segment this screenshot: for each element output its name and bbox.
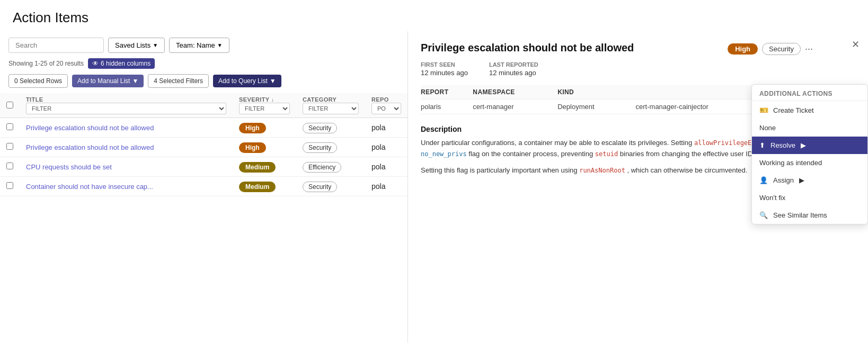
toolbar: Saved Lists ▼ Team: Name ▼	[0, 38, 408, 58]
report-column-header: REPO	[371, 96, 401, 103]
chevron-right-icon: ▶	[801, 141, 806, 149]
title-filter-select[interactable]: FILTER	[26, 103, 226, 114]
sort-icon: ↓	[271, 97, 274, 103]
create-ticket-label: Create Ticket	[773, 106, 814, 114]
assign-icon: 👤	[759, 176, 768, 184]
row-title-0[interactable]: Privilege escalation should not be allow…	[26, 124, 154, 132]
selected-rows-button[interactable]: 0 Selected Rows	[8, 74, 68, 88]
table-row: Container should not have insecure cap..…	[0, 177, 408, 196]
table-row: Privilege escalation should not be allow…	[0, 118, 408, 138]
add-to-manual-list-button[interactable]: Add to Manual List ▼	[72, 75, 144, 87]
see-similar-items-item[interactable]: 🔍 See Similar Items	[752, 206, 867, 224]
detail-badges: High Security ···	[728, 43, 813, 55]
namespace-header: Namespace	[473, 85, 557, 100]
table-row: CPU requests should be set Medium Effici…	[0, 157, 408, 177]
kind-value: Deployment	[557, 100, 635, 114]
severity-column-header: SEVERITY ↓	[239, 96, 290, 103]
close-button[interactable]: ✕	[852, 39, 860, 50]
meta-row: First Seen 12 minutes ago Last Reported …	[421, 61, 855, 77]
showing-text: Showing 1-25 of 20 results	[8, 60, 84, 67]
row-title-1[interactable]: Privilege escalation should not be allow…	[26, 143, 154, 151]
category-badge-3: Security	[303, 182, 337, 192]
col4-header	[636, 85, 771, 100]
category-badge-1: Security	[303, 142, 337, 153]
row-title-3[interactable]: Container should not have insecure cap..…	[26, 183, 153, 191]
kind-header: Kind	[557, 85, 635, 100]
code-runAsNonRoot: runAsNonRoot	[579, 167, 625, 174]
severity-badge-1: High	[239, 142, 266, 153]
severity-badge-0: High	[239, 123, 266, 133]
selected-filters-button[interactable]: 4 Selected Filters	[148, 74, 209, 88]
none-item[interactable]: None	[752, 119, 867, 137]
report-cell-1: pola	[365, 138, 408, 157]
row-checkbox-2[interactable]	[6, 163, 13, 169]
eye-icon: 👁	[92, 60, 99, 67]
action-toolbar: 0 Selected Rows Add to Manual List ▼ 4 S…	[0, 74, 408, 93]
page-title: Action Items	[0, 0, 868, 31]
action-items-table: TITLE FILTER SEVERITY ↓ FILT	[0, 93, 408, 342]
report-cell-0: pola	[365, 118, 408, 138]
working-as-intended-item[interactable]: Working as intended	[752, 154, 867, 172]
category-column-header: CATEGORY	[303, 96, 359, 103]
additional-actions-dropdown: Additional Actions 🎫 Create Ticket None …	[751, 84, 868, 224]
chevron-right-icon: ▶	[799, 176, 804, 184]
chevron-down-icon: ▼	[132, 77, 138, 85]
namespace-value: cert-manager	[473, 100, 557, 114]
resolve-icon: ⬆	[759, 141, 765, 149]
ticket-icon: 🎫	[759, 106, 768, 114]
resolve-item[interactable]: ⬆ Resolve ▶	[752, 137, 867, 154]
chevron-down-icon: ▼	[270, 77, 276, 85]
row-title-2[interactable]: CPU requests should be set	[26, 163, 112, 171]
hidden-columns-badge[interactable]: 👁 6 hidden columns	[88, 58, 155, 69]
table-row: Privilege escalation should not be allow…	[0, 138, 408, 157]
row-checkbox-1[interactable]	[6, 143, 13, 150]
resolve-label: Resolve	[770, 141, 795, 149]
code-setuid: setuid	[595, 150, 618, 158]
first-seen-meta: First Seen 12 minutes ago	[421, 61, 468, 77]
report-cell-2: pola	[365, 157, 408, 177]
assign-item[interactable]: 👤 Assign ▶	[752, 172, 867, 189]
severity-filter-select[interactable]: FILTER	[239, 103, 290, 114]
chevron-down-icon: ▼	[217, 42, 223, 48]
severity-badge-2: Medium	[239, 162, 276, 173]
category-badge-2: Efficiency	[303, 162, 341, 173]
detail-title: Privilege escalation should not be allow…	[421, 42, 721, 54]
report-header: Report	[421, 85, 473, 100]
left-panel: Saved Lists ▼ Team: Name ▼ Showing 1-25 …	[0, 31, 408, 342]
title-column-header: TITLE	[26, 96, 226, 103]
create-ticket-item[interactable]: 🎫 Create Ticket	[752, 101, 867, 119]
report-value: polaris	[421, 100, 473, 114]
row-checkbox-3[interactable]	[6, 182, 13, 189]
team-name-button[interactable]: Team: Name ▼	[169, 38, 229, 53]
severity-badge: High	[728, 43, 758, 55]
search-input[interactable]	[8, 38, 104, 53]
assign-label: Assign	[773, 176, 794, 184]
last-reported-meta: Last Reported 12 minutes ago	[489, 61, 538, 77]
category-badge-0: Security	[303, 123, 337, 133]
sub-toolbar: Showing 1-25 of 20 results 👁 6 hidden co…	[0, 58, 408, 74]
category-badge: Security	[762, 43, 801, 55]
detail-header: Privilege escalation should not be allow…	[421, 42, 855, 55]
see-similar-label: See Similar Items	[773, 211, 827, 219]
category-filter-select[interactable]: FILTER	[303, 103, 359, 114]
dropdown-header: Additional Actions	[752, 85, 867, 101]
cainjector-value: cert-manager-cainjector	[636, 100, 771, 114]
add-to-query-list-button[interactable]: Add to Query List ▼	[213, 75, 281, 87]
wont-fix-item[interactable]: Won't fix	[752, 189, 867, 206]
saved-lists-button[interactable]: Saved Lists ▼	[108, 38, 165, 53]
similar-icon: 🔍	[759, 211, 768, 219]
severity-badge-3: Medium	[239, 182, 276, 192]
row-checkbox-0[interactable]	[6, 123, 13, 130]
chevron-down-icon: ▼	[153, 42, 158, 48]
select-all-checkbox[interactable]	[6, 102, 13, 109]
report-filter-select[interactable]: PO	[371, 103, 401, 114]
code-no_new_privs: no_new_privs	[421, 150, 467, 158]
right-panel: ✕ Privilege escalation should not be all…	[408, 31, 868, 342]
report-cell-3: pola	[365, 177, 408, 196]
more-actions-button[interactable]: ···	[805, 43, 813, 55]
